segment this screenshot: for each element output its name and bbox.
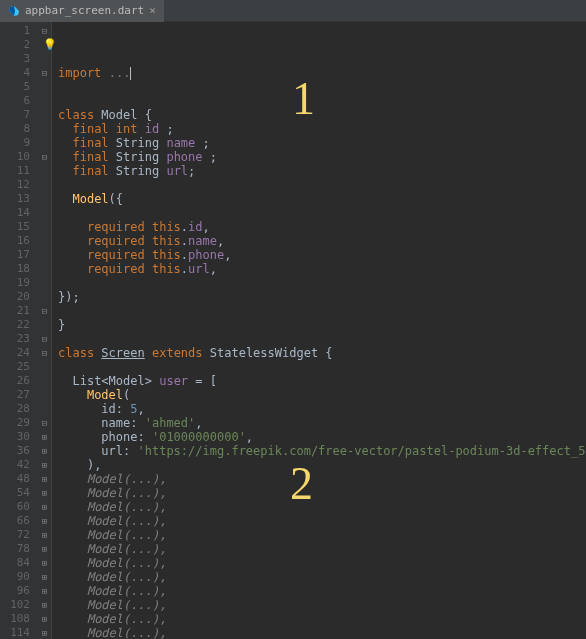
annotation-one: 1 (292, 92, 315, 106)
line-number: 78 (0, 542, 38, 556)
fold-toggle[interactable]: ⊞ (38, 542, 51, 556)
line-number: 20 (0, 290, 38, 304)
line-number: 6 (0, 94, 38, 108)
code-editor[interactable]: 1234567891011121314151617181920212223242… (0, 22, 586, 639)
fold-column: ⊟⊟⊟⊟⊟⊟⊟⊞⊞⊞⊞⊞⊞⊞⊞⊞⊞⊞⊞⊞⊞⊞ (38, 22, 52, 639)
line-number: 7 (0, 108, 38, 122)
line-gutter: 1234567891011121314151617181920212223242… (0, 22, 38, 639)
annotation-two: 2 (290, 477, 313, 491)
line-number: 17 (0, 248, 38, 262)
line-number: 29 (0, 416, 38, 430)
fold-toggle[interactable]: ⊞ (38, 556, 51, 570)
fold-toggle[interactable]: ⊟ (38, 304, 51, 318)
fold-toggle[interactable]: ⊟ (38, 66, 51, 80)
fold-toggle[interactable]: ⊞ (38, 430, 51, 444)
line-number: 30 (0, 430, 38, 444)
fold-toggle[interactable]: ⊟ (38, 416, 51, 430)
fold-toggle[interactable]: ⊞ (38, 514, 51, 528)
line-number: 15 (0, 220, 38, 234)
line-number: 14 (0, 206, 38, 220)
fold-toggle[interactable]: ⊞ (38, 472, 51, 486)
fold-toggle[interactable]: ⊟ (38, 346, 51, 360)
line-number: 42 (0, 458, 38, 472)
line-number: 5 (0, 80, 38, 94)
line-number: 72 (0, 528, 38, 542)
close-icon[interactable]: × (149, 4, 156, 17)
line-number: 26 (0, 374, 38, 388)
line-number: 54 (0, 486, 38, 500)
line-number: 2 (0, 38, 38, 52)
line-number: 24 (0, 346, 38, 360)
tab-bar: appbar_screen.dart × (0, 0, 586, 22)
fold-toggle[interactable]: ⊟ (38, 24, 51, 38)
line-number: 19 (0, 276, 38, 290)
line-number: 25 (0, 360, 38, 374)
dart-file-icon (8, 5, 20, 17)
line-number: 16 (0, 234, 38, 248)
file-tab[interactable]: appbar_screen.dart × (0, 0, 164, 22)
fold-toggle[interactable]: ⊟ (38, 332, 51, 346)
fold-toggle[interactable]: ⊞ (38, 486, 51, 500)
line-number: 66 (0, 514, 38, 528)
line-number: 90 (0, 570, 38, 584)
fold-toggle[interactable]: ⊞ (38, 626, 51, 639)
line-number: 13 (0, 192, 38, 206)
line-number: 60 (0, 500, 38, 514)
line-number: 114 (0, 626, 38, 639)
line-number: 102 (0, 598, 38, 612)
line-number: 12 (0, 178, 38, 192)
code-area[interactable]: 1 2 import ... class Model { final int i… (52, 22, 586, 639)
line-number: 23 (0, 332, 38, 346)
line-number: 22 (0, 318, 38, 332)
line-number: 28 (0, 402, 38, 416)
fold-toggle[interactable]: ⊞ (38, 612, 51, 626)
fold-toggle[interactable]: ⊞ (38, 528, 51, 542)
line-number: 4 (0, 66, 38, 80)
line-number: 21 (0, 304, 38, 318)
fold-toggle[interactable]: ⊞ (38, 500, 51, 514)
line-number: 1 (0, 24, 38, 38)
fold-toggle[interactable]: ⊞ (38, 598, 51, 612)
line-number: 10 (0, 150, 38, 164)
fold-toggle[interactable]: ⊟ (38, 150, 51, 164)
line-number: 9 (0, 136, 38, 150)
line-number: 8 (0, 122, 38, 136)
line-number: 3 (0, 52, 38, 66)
fold-toggle[interactable]: ⊞ (38, 584, 51, 598)
fold-toggle[interactable]: ⊞ (38, 444, 51, 458)
tab-filename: appbar_screen.dart (25, 4, 144, 17)
line-number: 36 (0, 444, 38, 458)
line-number: 27 (0, 388, 38, 402)
line-number: 84 (0, 556, 38, 570)
line-number: 18 (0, 262, 38, 276)
line-number: 11 (0, 164, 38, 178)
line-number: 48 (0, 472, 38, 486)
fold-toggle[interactable]: ⊞ (38, 458, 51, 472)
line-number: 96 (0, 584, 38, 598)
line-number: 108 (0, 612, 38, 626)
fold-toggle[interactable]: ⊞ (38, 570, 51, 584)
